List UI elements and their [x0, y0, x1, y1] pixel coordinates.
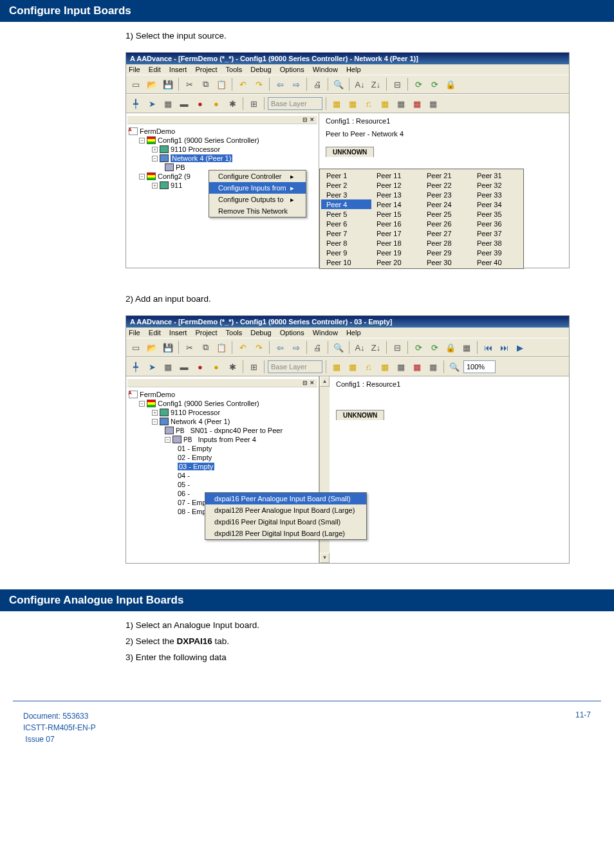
peer-item[interactable]: Peer 37	[472, 228, 522, 238]
menu-edit[interactable]: Edit	[149, 66, 161, 73]
menu-options[interactable]: Options	[280, 66, 304, 73]
peer-item[interactable]: Peer 16	[371, 219, 422, 228]
peer-item[interactable]: Peer 21	[422, 171, 472, 180]
tree-config1[interactable]: Config1 (9000 Series Controller)	[158, 136, 259, 144]
refresh-icon[interactable]: ⟳	[411, 340, 425, 355]
peer-item[interactable]: Peer 3	[321, 190, 371, 199]
peer-item[interactable]: Peer 33	[472, 190, 522, 199]
refresh-icon[interactable]: ⟳	[411, 77, 425, 91]
peer-item[interactable]: Peer 20	[371, 257, 422, 267]
peer-item[interactable]: Peer 31	[472, 171, 522, 180]
tool-f-icon[interactable]: ●	[209, 97, 223, 111]
menu-insert[interactable]: Insert	[169, 329, 187, 337]
ctx-dxpdi128[interactable]: dxpdi128 Peer Digital Input Board (Large…	[205, 528, 366, 539]
redo-icon[interactable]: ↷	[252, 340, 266, 355]
tree-slot-06[interactable]: 06 -	[178, 490, 190, 497]
play-icon[interactable]: ▶	[513, 340, 527, 355]
peer-item[interactable]: Peer 11	[371, 171, 422, 180]
tree-config2[interactable]: Config2 (9	[158, 172, 191, 180]
zoom-icon[interactable]: 🔍	[447, 360, 461, 374]
menu-debug[interactable]: Debug	[250, 329, 271, 337]
save-icon[interactable]: 💾	[161, 340, 175, 355]
peer-item[interactable]: Peer 35	[472, 209, 522, 219]
paste-icon[interactable]: 📋	[214, 77, 228, 91]
menu-file[interactable]: File	[129, 329, 140, 337]
tree-slot-03[interactable]: 03 - Empty	[178, 463, 214, 470]
peer-item[interactable]: Peer 24	[422, 199, 472, 209]
menu-window[interactable]: Window	[313, 329, 338, 337]
paste-icon[interactable]: 📋	[214, 340, 228, 355]
cut-icon[interactable]: ✂	[182, 77, 196, 91]
tool-c-icon[interactable]: ▦	[161, 97, 175, 111]
tool-b-icon[interactable]: ➤	[145, 360, 159, 374]
peer-item[interactable]: Peer 26	[422, 219, 472, 228]
play-start-icon[interactable]: ⏮	[481, 340, 495, 355]
tool-c-icon[interactable]: ▦	[161, 360, 175, 374]
tool-j-icon[interactable]: ▦	[346, 360, 360, 374]
peer-item[interactable]: Peer 8	[321, 238, 371, 248]
tool-i-icon[interactable]: ▦	[330, 97, 344, 111]
find-icon[interactable]: 🔍	[331, 340, 346, 355]
tree-slot-05[interactable]: 05 -	[178, 481, 190, 488]
peer-item[interactable]: Peer 30	[422, 257, 472, 267]
next-icon[interactable]: ⇨	[289, 77, 303, 91]
redo-icon[interactable]: ↷	[252, 77, 266, 91]
ctx-dxpai128[interactable]: dxpai128 Peer Analogue Input Board (Larg…	[205, 504, 366, 516]
undo-icon[interactable]: ↶	[236, 77, 250, 91]
peer-item[interactable]: Peer 14	[371, 199, 422, 209]
sort-az-icon[interactable]: A↓	[353, 77, 367, 91]
refresh2-icon[interactable]: ⟳	[427, 340, 442, 355]
open-icon[interactable]: 📂	[145, 340, 159, 355]
peer-item[interactable]: Peer 15	[371, 209, 422, 219]
tree-inputs[interactable]: Inputs from Peer 4	[198, 436, 256, 443]
peer-item-selected[interactable]: Peer 4	[321, 199, 371, 209]
peer-item[interactable]: Peer 25	[422, 209, 472, 219]
menubar[interactable]: File Edit Insert Project Tools Debug Opt…	[126, 328, 569, 338]
tool-m-icon[interactable]: ▦	[394, 360, 408, 374]
tool-i-icon[interactable]: ▦	[330, 360, 344, 374]
collapse-icon[interactable]: −	[139, 401, 145, 407]
tool-f-icon[interactable]: ●	[209, 360, 223, 374]
tool-a-icon[interactable]: ╇	[129, 97, 143, 111]
pin-icon[interactable]: ⊟	[302, 380, 308, 386]
tool-a-icon[interactable]: ╇	[129, 360, 143, 374]
close-icon[interactable]: ✕	[310, 116, 315, 123]
tree-icon[interactable]: ⊟	[390, 77, 404, 91]
tool-o-icon[interactable]: ▦	[426, 97, 440, 111]
peer-item[interactable]: Peer 19	[371, 248, 422, 257]
menubar[interactable]: File Edit Insert Project Tools Debug Opt…	[126, 64, 569, 75]
peer-item[interactable]: Peer 23	[422, 190, 472, 199]
main-tab-unknown[interactable]: UNKNOWN	[326, 147, 374, 157]
collapse-icon[interactable]: −	[139, 174, 145, 180]
tree-processor[interactable]: 9110 Processor	[171, 409, 220, 416]
peer-item[interactable]: Peer 18	[371, 238, 422, 248]
next-icon[interactable]: ⇨	[289, 340, 303, 355]
ctx-dxpai16[interactable]: dxpai16 Peer Analogue Input Board (Small…	[205, 493, 366, 504]
tool-e-icon[interactable]: ●	[193, 97, 207, 111]
menu-help[interactable]: Help	[346, 329, 361, 337]
undo-icon[interactable]: ↶	[236, 340, 250, 355]
peer-item[interactable]: Peer 9	[321, 248, 371, 257]
tree-processor2[interactable]: 911	[171, 181, 182, 189]
tool-g-icon[interactable]: ✱	[225, 360, 239, 374]
peer-item[interactable]: Peer 7	[321, 228, 371, 238]
tree-config1[interactable]: Config1 (9000 Series Controller)	[158, 400, 259, 407]
peer-item[interactable]: Peer 39	[472, 248, 522, 257]
menu-options[interactable]: Options	[280, 329, 304, 337]
collapse-icon[interactable]: −	[165, 437, 171, 443]
tool-n-icon[interactable]: ▦	[410, 360, 424, 374]
prev-icon[interactable]: ⇦	[273, 340, 287, 355]
tool-g-icon[interactable]: ✱	[225, 97, 239, 111]
peer-item[interactable]: Peer 10	[321, 257, 371, 267]
expand-icon[interactable]: +	[152, 183, 158, 189]
sort-az-icon[interactable]: A↓	[353, 340, 367, 355]
peer-item[interactable]: Peer 29	[422, 248, 472, 257]
tree-icon[interactable]: ⊟	[390, 340, 404, 355]
ctx-remove-network[interactable]: Remove This Network	[209, 205, 306, 217]
tool-d-icon[interactable]: ▬	[177, 97, 191, 111]
peer-item[interactable]: Peer 27	[422, 228, 472, 238]
ctx-configure-controller[interactable]: Configure Controller▸	[209, 171, 306, 182]
new-icon[interactable]: ▭	[129, 77, 143, 91]
ctx-configure-outputs[interactable]: Configure Outputs to▸	[209, 194, 306, 205]
peer-item[interactable]: Peer 2	[321, 180, 371, 190]
